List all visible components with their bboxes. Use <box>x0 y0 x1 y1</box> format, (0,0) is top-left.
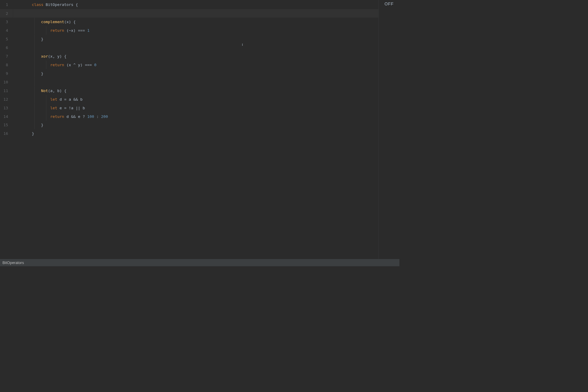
line-number: 14 <box>0 112 13 121</box>
code-token: b <box>57 88 60 93</box>
line-number-gutter: 12345678910111213141516 <box>0 0 13 259</box>
line-number: 3 <box>0 18 13 26</box>
code-line[interactable]: return (x ^ y) === 0 <box>13 61 378 69</box>
code-line[interactable]: let e = !a || b <box>13 104 378 112</box>
code-line[interactable]: let d = a && b <box>13 95 378 104</box>
line-number: 5 <box>0 35 13 43</box>
line-number: 12 <box>0 95 13 104</box>
code-token: y <box>57 54 60 59</box>
code-token: (~x) === <box>67 28 87 33</box>
code-line[interactable] <box>13 78 378 86</box>
code-line[interactable] <box>13 43 378 52</box>
toggle-label[interactable]: OFF <box>379 1 399 6</box>
code-token: let <box>50 105 59 110</box>
right-sidebar: OFF <box>378 0 399 259</box>
code-token: 0 <box>94 63 97 67</box>
code-editor[interactable]: I class BitOperators { complement(x) { r… <box>13 0 378 259</box>
line-number: 9 <box>0 69 13 78</box>
line-number: 1 <box>0 0 13 9</box>
code-token: 200 <box>101 114 108 118</box>
code-line[interactable]: return d && e ? 100 : 200 <box>13 112 378 121</box>
code-token: ) { <box>69 20 76 24</box>
code-line[interactable]: class BitOperators { <box>13 0 378 9</box>
code-token: x <box>67 20 69 24</box>
code-line[interactable] <box>13 9 378 18</box>
line-number: 16 <box>0 129 13 138</box>
code-token: d && e ? <box>67 114 87 118</box>
code-token: } <box>32 131 34 136</box>
code-token: , <box>53 88 57 93</box>
code-token: a <box>50 88 53 93</box>
line-number: 10 <box>0 78 13 86</box>
code-token: 1 <box>87 28 90 33</box>
code-token: BitOperators <box>46 2 76 7</box>
code-token: ) { <box>59 54 66 59</box>
code-token: xor <box>41 54 48 59</box>
editor-container: 12345678910111213141516 I class BitOpera… <box>0 0 399 259</box>
line-number: 2 <box>0 9 13 18</box>
code-token: return <box>50 28 66 33</box>
code-token: ) { <box>59 88 66 93</box>
code-line[interactable]: xor(x, y) { <box>13 52 378 61</box>
status-bar: BitOperators <box>0 259 399 266</box>
line-number: 15 <box>0 121 13 129</box>
code-token: complement <box>41 20 64 24</box>
line-number: 4 <box>0 26 13 35</box>
code-line[interactable]: } <box>13 129 378 138</box>
line-number: 13 <box>0 104 13 112</box>
code-line[interactable]: return (~x) === 1 <box>13 26 378 35</box>
code-token: } <box>41 123 43 127</box>
line-number: 7 <box>0 52 13 61</box>
breadcrumb-context[interactable]: BitOperators <box>2 260 24 265</box>
line-number: 8 <box>0 61 13 69</box>
code-line[interactable]: complement(x) { <box>13 18 378 26</box>
code-token: let <box>50 97 59 101</box>
code-line[interactable]: Not(a, b) { <box>13 86 378 95</box>
code-token: } <box>41 37 43 41</box>
line-number: 6 <box>0 43 13 52</box>
code-token: Not <box>41 88 48 93</box>
code-token: : <box>94 114 101 118</box>
code-line[interactable]: } <box>13 35 378 43</box>
code-token: } <box>41 71 43 76</box>
line-number: 11 <box>0 86 13 95</box>
code-line[interactable]: } <box>13 121 378 129</box>
code-token: , <box>53 54 57 59</box>
code-line[interactable]: } <box>13 69 378 78</box>
code-token: return <box>50 114 66 118</box>
code-token: (x ^ y) === <box>67 63 94 67</box>
code-token: d = a && b <box>59 97 83 101</box>
code-token: e = !a || b <box>59 105 85 110</box>
code-token: 100 <box>87 114 94 118</box>
code-token: class <box>32 2 46 7</box>
code-token: return <box>50 63 66 67</box>
code-token: { <box>76 2 78 7</box>
code-token: x <box>50 54 53 59</box>
